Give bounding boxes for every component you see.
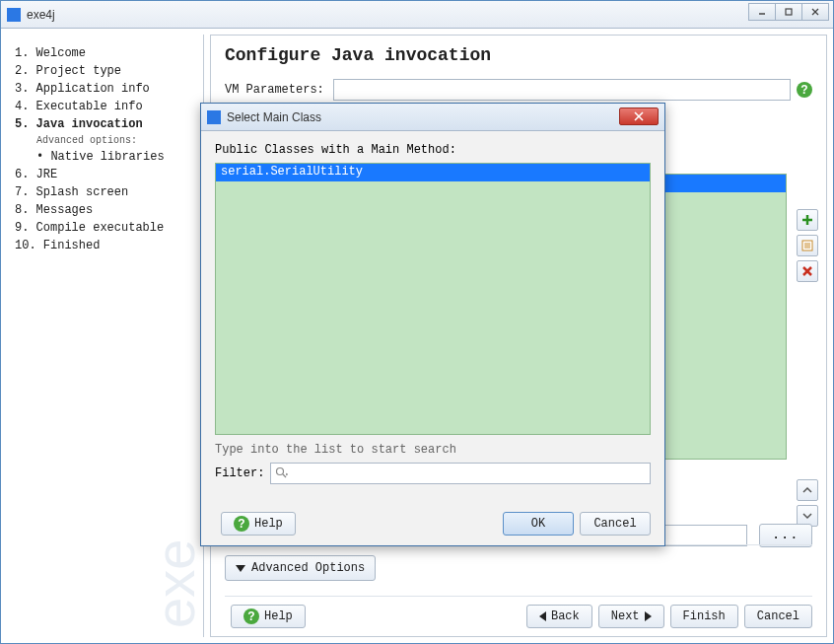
window-title: exe4j <box>27 8 55 22</box>
minimize-button[interactable] <box>748 3 776 21</box>
window-controls <box>749 3 829 21</box>
titlebar: exe4j <box>1 1 833 29</box>
finish-button[interactable]: Finish <box>670 605 738 628</box>
vm-parameters-row: VM Parameters: ? <box>225 79 812 101</box>
list-item[interactable]: serial.SerialUtility <box>216 164 650 181</box>
help-label: Help <box>264 609 293 623</box>
advanced-options-label: Advanced Options <box>251 561 365 575</box>
dialog-icon <box>207 110 221 124</box>
dialog-close-button[interactable] <box>619 107 659 125</box>
dialog-footer: ? Help OK Cancel <box>215 512 651 536</box>
close-icon <box>810 7 820 17</box>
triangle-down-icon <box>236 565 245 572</box>
chevron-down-icon <box>801 510 813 522</box>
step-messages[interactable]: 8. Messages <box>15 201 195 219</box>
filter-label: Filter: <box>215 466 264 480</box>
step-jre[interactable]: 6. JRE <box>15 166 195 183</box>
step-splash-screen[interactable]: 7. Splash screen <box>15 183 195 201</box>
advanced-options-button[interactable]: Advanced Options <box>225 555 376 581</box>
wizard-footer: ? Help Back Next Finish Cancel <box>225 596 812 628</box>
dialog-titlebar: Select Main Class <box>201 104 664 131</box>
chevron-up-icon <box>801 484 813 496</box>
close-button[interactable] <box>801 3 829 21</box>
select-main-class-dialog: Select Main Class Public Classes with a … <box>200 103 665 546</box>
plus-icon <box>800 213 814 227</box>
cancel-button[interactable]: Cancel <box>744 605 812 628</box>
help-icon: ? <box>234 516 249 532</box>
next-label: Next <box>611 609 640 623</box>
filter-input[interactable] <box>270 463 651 484</box>
edit-icon <box>800 239 814 252</box>
dialog-list-label: Public Classes with a Main Method: <box>215 143 651 157</box>
help-icon: ? <box>243 608 259 624</box>
ok-button[interactable]: OK <box>503 512 574 536</box>
move-buttons <box>797 479 818 527</box>
edit-button[interactable] <box>797 235 818 256</box>
next-button[interactable]: Next <box>598 605 664 628</box>
dialog-body: Public Classes with a Main Method: seria… <box>201 131 664 496</box>
help-button[interactable]: ? Help <box>231 605 306 628</box>
step-welcome[interactable]: 1. Welcome <box>15 44 195 62</box>
dialog-help-button[interactable]: ? Help <box>221 512 296 536</box>
step-executable-info[interactable]: 4. Executable info <box>15 98 195 115</box>
back-label: Back <box>551 609 580 623</box>
svg-point-14 <box>277 468 284 475</box>
classpath-side-buttons <box>797 209 818 282</box>
page-heading: Configure Java invocation <box>225 45 812 65</box>
move-up-button[interactable] <box>797 479 818 501</box>
svg-line-15 <box>283 474 286 477</box>
step-application-info[interactable]: 3. Application info <box>15 80 195 98</box>
remove-icon <box>800 264 814 278</box>
step-compile-executable[interactable]: 9. Compile executable <box>15 219 195 237</box>
maximize-button[interactable] <box>775 3 802 21</box>
vm-parameters-input[interactable] <box>333 79 791 101</box>
remove-button[interactable] <box>797 260 818 282</box>
dialog-help-label: Help <box>254 517 283 531</box>
close-icon <box>633 111 645 121</box>
help-icon[interactable]: ? <box>797 82 812 98</box>
back-button[interactable]: Back <box>526 605 592 628</box>
svg-rect-1 <box>786 9 792 15</box>
filter-row: Filter: <box>215 463 651 484</box>
maximize-icon <box>784 7 794 17</box>
step-project-type[interactable]: 2. Project type <box>15 62 195 80</box>
step-finished[interactable]: 10. Finished <box>15 237 195 254</box>
dialog-title: Select Main Class <box>227 110 321 124</box>
app-icon <box>7 8 21 22</box>
add-button[interactable] <box>797 209 818 231</box>
advanced-options-row: Advanced Options <box>225 544 812 581</box>
triangle-right-icon <box>645 611 652 621</box>
vm-parameters-label: VM Parameters: <box>225 83 333 97</box>
triangle-left-icon <box>539 611 546 621</box>
dialog-cancel-button[interactable]: Cancel <box>580 512 651 536</box>
step-java-invocation[interactable]: 5. Java invocation <box>15 115 195 133</box>
advanced-options-label: Advanced options: <box>15 133 195 148</box>
type-hint: Type into the list to start search <box>215 443 651 457</box>
watermark: exe <box>143 539 207 628</box>
minimize-icon <box>757 7 767 17</box>
search-icon <box>275 466 288 479</box>
main-class-list[interactable]: serial.SerialUtility <box>215 163 651 435</box>
native-libraries-item[interactable]: • Native libraries <box>15 148 195 166</box>
